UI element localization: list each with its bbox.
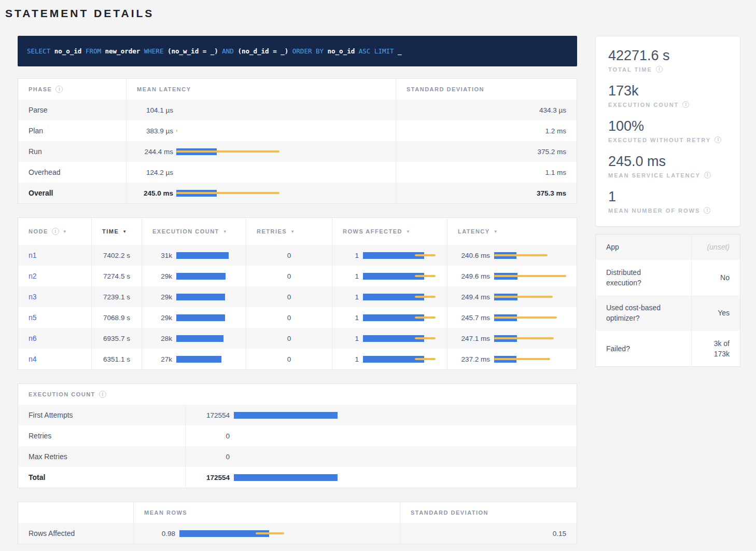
attribute-label[interactable]: Distributed execution? [596, 260, 691, 296]
mean-bar-segment[interactable] [176, 252, 229, 259]
execution-count-value[interactable]: 29k [152, 293, 172, 301]
sql-identifier[interactable]: no_o_id [54, 47, 82, 55]
node-link[interactable]: n1 [29, 251, 37, 259]
attribute-value[interactable]: (unset) [691, 235, 740, 259]
attribute-value[interactable]: No [691, 260, 740, 296]
node-link[interactable]: n4 [29, 355, 37, 363]
execution-row-value[interactable]: 0 [186, 453, 230, 461]
summary-stat-label-text[interactable]: MEAN SERVICE LATENCY [608, 172, 701, 178]
stddev-bar-segment[interactable] [415, 254, 436, 256]
latency-bar[interactable] [494, 273, 566, 280]
phase-table-row[interactable]: Overhead124.2 µs1.1 ms [18, 162, 577, 183]
attribute-label[interactable]: Used cost-based optimizer? [596, 295, 691, 331]
mean-rows-value[interactable]: 0.98 [144, 530, 175, 538]
column-header-label[interactable]: RETRIES [257, 228, 287, 235]
execution-count-value[interactable]: 28k [152, 335, 172, 342]
column-header-label[interactable]: LATENCY [458, 228, 490, 235]
rows-std-dev-cell[interactable]: 0.15 [400, 523, 577, 544]
execution-count-row[interactable]: First Attempts172554 [18, 405, 577, 425]
attribute-row[interactable]: Distributed execution?No [596, 260, 740, 296]
sort-arrow-icon[interactable]: ▼ [122, 229, 127, 234]
stddev-bar-segment[interactable] [415, 337, 436, 339]
sql-keyword[interactable]: ASC LIMIT [355, 47, 398, 55]
latency-bar[interactable] [176, 148, 279, 155]
mean-latency-cell[interactable]: 383.9 µs [126, 120, 396, 141]
attribute-row[interactable]: Used cost-based optimizer?Yes [596, 295, 740, 331]
latency-bar[interactable] [363, 273, 436, 280]
sort-arrow-icon[interactable]: ▼ [406, 229, 411, 234]
sort-arrow-icon[interactable]: ▼ [63, 229, 67, 234]
execution-count-value[interactable]: 27k [152, 355, 172, 363]
attribute-value-text[interactable]: 3k of 173k [698, 338, 730, 360]
rows-affected-value[interactable]: 1 [343, 355, 359, 363]
rows-affected-cell[interactable]: 1 [332, 328, 447, 349]
execution-row-label[interactable]: First Attempts [18, 405, 185, 425]
attribute-value-text[interactable]: No [720, 272, 730, 283]
mean-bar-segment[interactable] [176, 314, 225, 321]
node-table-column-header-execution-count[interactable]: EXECUTION COUNT▼ [142, 218, 246, 245]
stddev-bar-segment[interactable] [494, 337, 554, 339]
latency-bar[interactable] [494, 294, 553, 300]
stddev-bar-segment[interactable] [176, 130, 177, 132]
execution-row-value-cell[interactable]: 172554 [185, 405, 577, 425]
info-icon[interactable]: i [656, 66, 663, 73]
summary-stat-value[interactable]: 42271.6 s [608, 48, 727, 64]
attribute-value-text[interactable]: (unset) [707, 242, 730, 252]
node-cell[interactable]: n1 [18, 245, 91, 266]
time-cell[interactable]: 7239.1 s [91, 286, 142, 307]
sort-arrow-icon[interactable]: ▼ [494, 229, 498, 234]
stddev-bar-segment[interactable] [494, 358, 550, 360]
latency-bar[interactable] [363, 356, 436, 363]
sql-identifier[interactable]: _ [398, 47, 402, 55]
sql-keyword[interactable]: FROM [81, 47, 105, 55]
phase-label[interactable]: Overall [18, 183, 126, 203]
latency-bar[interactable] [494, 335, 554, 342]
latency-bar[interactable] [494, 356, 550, 363]
stddev-bar-segment[interactable] [494, 275, 566, 277]
mean-latency-cell[interactable]: 244.4 ms [126, 141, 396, 162]
execution-count-cell[interactable]: 31k [142, 245, 246, 266]
summary-stat-label-text[interactable]: EXECUTED WITHOUT RETRY [608, 137, 711, 143]
latency-bar[interactable] [363, 314, 436, 321]
phase-table-row[interactable]: Overall245.0 ms375.3 ms [18, 183, 577, 203]
node-table-row[interactable]: n17402.2 s31k01240.6 ms [18, 245, 577, 266]
latency-bar[interactable] [176, 356, 221, 363]
mean-latency-value[interactable]: 104.1 µs [137, 106, 173, 114]
phase-label[interactable]: Parse [18, 100, 126, 120]
node-table-row[interactable]: n46351.1 s27k01237.2 ms [18, 349, 577, 369]
latency-cell[interactable]: 249.6 ms [447, 266, 577, 286]
attribute-label[interactable]: Failed? [596, 331, 691, 367]
latency-bar[interactable] [363, 252, 436, 259]
summary-stat-label-text[interactable]: EXECUTION COUNT [608, 102, 679, 108]
mean-latency-cell[interactable]: 124.2 µs [126, 162, 396, 183]
stddev-bar-segment[interactable] [494, 296, 553, 298]
summary-stat-label-text[interactable]: MEAN NUMBER OF ROWS [608, 208, 700, 214]
node-link[interactable]: n6 [29, 334, 37, 342]
summary-stat-label[interactable]: MEAN NUMBER OF ROWSi [608, 207, 727, 214]
latency-value[interactable]: 247.1 ms [458, 335, 490, 342]
mean-latency-value[interactable]: 244.4 ms [137, 148, 173, 156]
phase-table-row[interactable]: Parse104.1 µs434.3 µs [18, 100, 577, 120]
mean-bar-segment[interactable] [176, 335, 223, 342]
sort-arrow-icon[interactable]: ▼ [223, 229, 228, 234]
latency-bar[interactable] [176, 273, 226, 280]
rows-affected-row[interactable]: Rows Affected0.980.15 [18, 523, 577, 544]
retries-cell[interactable]: 0 [246, 349, 332, 369]
summary-stat-value[interactable]: 1 [608, 189, 727, 205]
execution-row-value[interactable]: 172554 [186, 411, 230, 419]
sql-identifier[interactable]: (no_w_id = _) [167, 47, 218, 55]
rows-affected-label[interactable]: Rows Affected [18, 523, 133, 544]
attribute-value[interactable]: Yes [691, 295, 740, 331]
summary-stat[interactable]: 245.0 msMEAN SERVICE LATENCYi [608, 154, 727, 178]
time-cell[interactable]: 7068.9 s [91, 307, 142, 328]
node-link[interactable]: n3 [29, 293, 37, 301]
info-icon[interactable]: i [52, 228, 59, 235]
mean-latency-value[interactable]: 245.0 ms [137, 189, 173, 197]
standard-deviation-cell[interactable]: 1.1 ms [396, 162, 577, 183]
node-cell[interactable]: n3 [18, 286, 91, 307]
latency-value[interactable]: 240.6 ms [458, 252, 490, 259]
time-cell[interactable]: 6351.1 s [91, 349, 142, 369]
mean-rows-cell[interactable]: 0.98 [133, 523, 400, 544]
execution-count-value[interactable]: 31k [152, 252, 172, 259]
summary-stat-value[interactable]: 245.0 ms [608, 154, 727, 170]
